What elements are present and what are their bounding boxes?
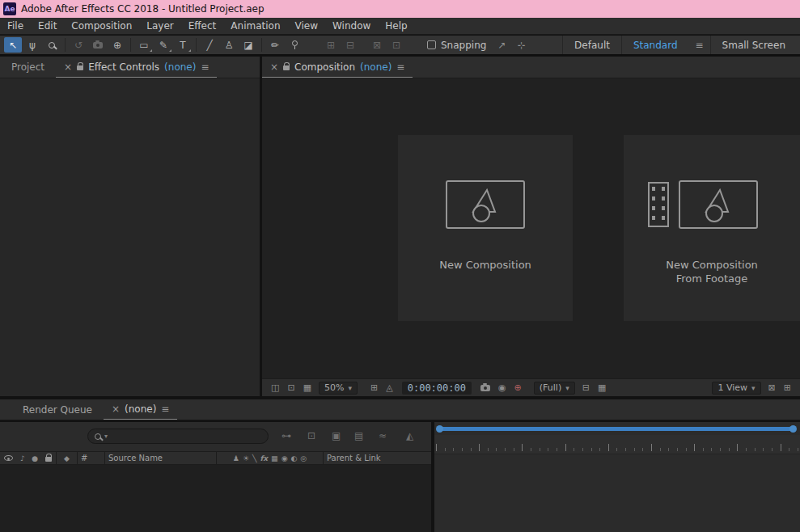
time-navigator-bar[interactable] — [438, 427, 795, 431]
show-snapshot-icon[interactable]: ◉ — [498, 382, 506, 393]
tab-render-queue[interactable]: Render Queue — [0, 399, 104, 420]
snapping-toggle[interactable]: Snapping — [427, 40, 486, 51]
clone-stamp-tool[interactable]: ♙ — [220, 37, 238, 53]
selection-tool[interactable]: ↖ — [4, 37, 22, 53]
frame-blending-icon[interactable]: ▤ — [354, 430, 363, 441]
source-name-column[interactable]: Source Name — [105, 452, 217, 464]
hand-tool[interactable]: ψ — [23, 37, 41, 53]
titlebar: Ae Adobe After Effects CC 2018 - Untitle… — [0, 0, 800, 18]
tab-timeline-none[interactable]: × (none) ≡ — [104, 399, 177, 420]
new-composition-from-footage-button[interactable]: New Composition From Footage — [624, 135, 800, 321]
timeline-layer-area[interactable] — [0, 466, 431, 532]
checkerboard-icon[interactable]: ▦ — [303, 382, 311, 393]
menu-effect[interactable]: Effect — [181, 20, 224, 32]
fx-icon[interactable]: fx — [260, 454, 268, 462]
parent-link-column[interactable]: Parent & Link — [324, 452, 431, 464]
workspace-default[interactable]: Default — [562, 36, 621, 54]
type-tool[interactable]: T — [174, 37, 192, 53]
timeline-track-area[interactable] — [434, 454, 800, 532]
magnification-value: 50% — [324, 382, 344, 393]
menu-edit[interactable]: Edit — [31, 20, 64, 32]
timeline-search-box[interactable]: ▾ — [87, 429, 269, 444]
timeline-search-input[interactable] — [111, 431, 240, 441]
main-viewer-icon[interactable]: ⊡ — [287, 382, 294, 393]
lock-icon[interactable] — [77, 65, 83, 70]
new-composition-button[interactable]: New Composition — [398, 135, 573, 321]
zoom-tool[interactable] — [43, 37, 61, 53]
composition-flowchart-icon[interactable]: ⊶ — [281, 430, 291, 441]
workspace-standard[interactable]: Standard — [621, 36, 689, 54]
puppet-pin-tool[interactable] — [286, 37, 303, 53]
brush-tool[interactable]: ╱ — [201, 37, 218, 53]
menu-view[interactable]: View — [288, 20, 325, 32]
panel-menu-icon[interactable]: ≡ — [161, 403, 169, 415]
eraser-tool[interactable]: ◪ — [239, 37, 257, 53]
axis-mode-world[interactable]: ⊟ — [341, 37, 359, 53]
close-icon[interactable]: × — [64, 61, 72, 73]
layer-number-column[interactable]: # — [78, 452, 105, 464]
region-of-interest-icon[interactable]: ⊟ — [582, 382, 590, 393]
resolution-select[interactable]: (Full) ▾ — [534, 382, 575, 395]
magnification-select[interactable]: 50% ▾ — [319, 382, 358, 395]
label-tag-icon: ◆ — [64, 454, 70, 462]
snapshot-icon[interactable] — [480, 385, 490, 391]
menu-window[interactable]: Window — [325, 20, 378, 32]
rotation-tool[interactable]: ↺ — [70, 37, 87, 53]
menu-help[interactable]: Help — [378, 20, 414, 32]
menu-animation[interactable]: Animation — [223, 20, 287, 32]
close-icon[interactable]: × — [112, 403, 120, 415]
transparency-grid-icon[interactable]: ▦ — [598, 382, 606, 393]
panel-menu-icon[interactable]: ≡ — [201, 61, 209, 73]
axis-mode-view[interactable]: ⊠ — [368, 37, 386, 53]
view-layout-select[interactable]: 1 View ▾ — [712, 382, 760, 395]
audio-icon[interactable]: ♪ — [20, 454, 25, 462]
camera-tool[interactable] — [89, 37, 107, 53]
pen-tool[interactable]: ✎ — [154, 37, 172, 53]
snap-frame-icon[interactable]: ⊹ — [517, 40, 525, 51]
frame-blend-icon[interactable]: ▦ — [271, 454, 278, 462]
snapping-options: ↗ ⊹ — [497, 40, 525, 51]
menu-layer[interactable]: Layer — [139, 20, 180, 32]
workspace-small-screen[interactable]: Small Screen — [710, 36, 797, 54]
panel-menu-icon[interactable]: ≡ — [396, 61, 404, 73]
close-icon[interactable]: × — [270, 61, 278, 73]
tab-composition[interactable]: × Composition (none) ≡ — [262, 57, 413, 78]
axis-mode-extra[interactable]: ⊡ — [387, 37, 405, 53]
timecode-display[interactable]: 0:00:00:00 — [402, 382, 472, 395]
mask-visibility-icon[interactable]: ◬ — [386, 382, 392, 393]
pan-behind-tool[interactable]: ⊕ — [108, 37, 126, 53]
show-channel-icon[interactable]: ⊕ — [514, 382, 522, 393]
lock-icon[interactable] — [283, 65, 290, 70]
axis-local-icon: ⊞ — [327, 40, 335, 51]
motion-blur-icon[interactable]: ◉ — [281, 454, 288, 462]
workspace-menu-icon[interactable]: ≡ — [689, 40, 710, 51]
time-ruler[interactable] — [434, 435, 800, 454]
tab-project[interactable]: Project — [0, 57, 56, 78]
grid-guides-icon[interactable]: ⊞ — [370, 382, 378, 393]
preview-toggle-icon[interactable]: ◫ — [271, 382, 279, 393]
rectangle-tool[interactable]: ▭ — [135, 37, 153, 53]
label-column[interactable]: ◆ — [57, 452, 78, 464]
solo-icon[interactable]: ● — [32, 454, 38, 462]
shy-icon[interactable]: ♟ — [233, 454, 239, 462]
collapse-icon[interactable]: ☀ — [243, 454, 249, 462]
draft-3d-icon[interactable]: ▣ — [332, 430, 341, 441]
axis-mode-local[interactable]: ⊞ — [322, 37, 340, 53]
snapping-checkbox[interactable] — [427, 40, 436, 49]
3d-layer-icon[interactable]: ◎ — [300, 454, 307, 462]
menu-composition[interactable]: Composition — [64, 20, 139, 32]
quality-icon[interactable]: ╲ — [252, 454, 256, 462]
comp-mini-flow-icon[interactable]: ⊡ — [307, 430, 315, 441]
fast-preview-icon[interactable]: ⊞ — [784, 382, 791, 393]
pixel-aspect-icon[interactable]: ⊠ — [768, 382, 776, 393]
video-eye-icon[interactable] — [4, 455, 13, 461]
roto-brush-tool[interactable]: ✏ — [266, 37, 284, 53]
tab-effect-controls[interactable]: × Effect Controls (none) ≡ — [56, 57, 217, 78]
graph-editor-icon[interactable]: ◭ — [406, 430, 413, 441]
motion-blur-enable-icon[interactable]: ≈ — [379, 430, 387, 441]
adjustment-layer-icon[interactable]: ◐ — [290, 454, 297, 462]
ruler-major-ticks — [436, 444, 800, 451]
snap-expand-icon[interactable]: ↗ — [497, 40, 506, 51]
menu-file[interactable]: File — [0, 20, 31, 32]
lock-icon[interactable] — [45, 457, 52, 462]
